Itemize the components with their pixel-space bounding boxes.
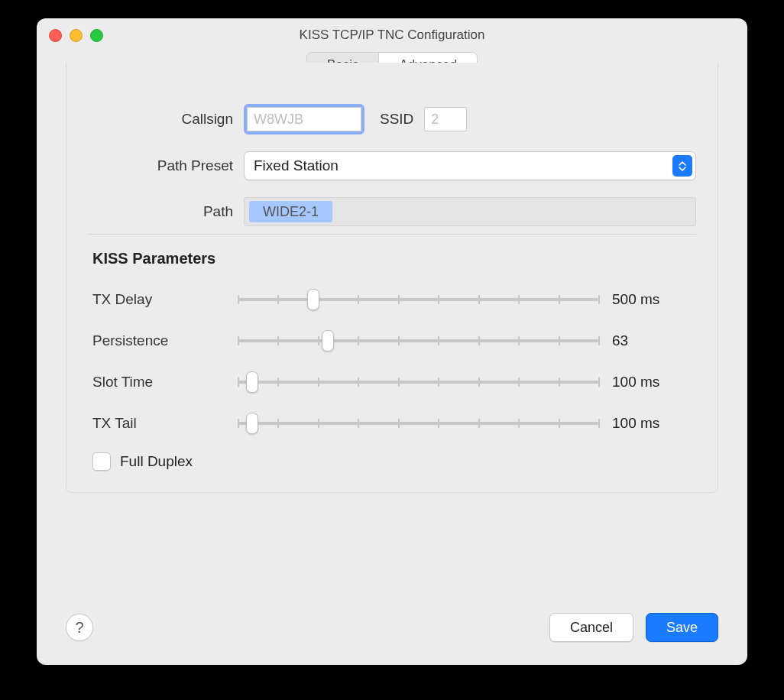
traffic-lights — [49, 29, 103, 42]
slider-label: Slot Time — [88, 374, 238, 391]
slider-row: TX Tail100 ms — [88, 405, 696, 442]
callsign-focus-ring — [244, 104, 364, 134]
advanced-panel: Callsign SSID Path Preset Fixed Station — [66, 63, 718, 493]
chevrons-up-down-icon — [672, 155, 692, 177]
help-button[interactable]: ? — [66, 614, 93, 641]
slider-row: TX Delay500 ms — [88, 281, 696, 318]
path-preset-label: Path Preset — [88, 157, 244, 174]
separator — [88, 234, 696, 235]
window-title: KISS TCP/IP TNC Configuration — [300, 28, 485, 42]
slider-label: TX Tail — [88, 415, 238, 432]
slider-label: Persistence — [88, 332, 238, 349]
close-icon[interactable] — [49, 29, 62, 42]
slider[interactable] — [238, 330, 598, 352]
slider[interactable] — [238, 371, 598, 393]
slider-thumb[interactable] — [246, 413, 258, 434]
dialog-window: KISS TCP/IP TNC Configuration Basic Adva… — [37, 18, 747, 665]
path-preset-value: Fixed Station — [254, 157, 339, 174]
full-duplex-label: Full Duplex — [120, 453, 193, 470]
callsign-label: Callsign — [88, 111, 244, 128]
path-field[interactable]: WIDE2-1 — [244, 197, 696, 226]
slider-row: Persistence63 — [88, 322, 696, 359]
slider-row: Slot Time100 ms — [88, 364, 696, 400]
ssid-label: SSID — [380, 111, 413, 128]
full-duplex-checkbox[interactable] — [92, 452, 111, 471]
zoom-icon[interactable] — [90, 29, 103, 42]
slider-label: TX Delay — [88, 291, 238, 308]
path-preset-select[interactable]: Fixed Station — [244, 151, 696, 180]
slider-value: 500 ms — [598, 291, 696, 308]
slider[interactable] — [238, 413, 598, 434]
slider-thumb[interactable] — [322, 330, 334, 352]
ssid-input[interactable] — [424, 107, 467, 131]
slider-thumb[interactable] — [307, 289, 319, 310]
path-token[interactable]: WIDE2-1 — [249, 201, 332, 222]
cancel-button[interactable]: Cancel — [549, 613, 633, 642]
titlebar: KISS TCP/IP TNC Configuration — [37, 18, 747, 52]
save-button[interactable]: Save — [646, 613, 718, 642]
slider[interactable] — [238, 289, 598, 310]
callsign-input[interactable] — [247, 107, 361, 131]
minimize-icon[interactable] — [70, 29, 83, 42]
slider-value: 100 ms — [598, 415, 696, 432]
slider-thumb[interactable] — [246, 371, 258, 393]
slider-value: 100 ms — [598, 374, 696, 391]
kiss-heading: KISS Parameters — [92, 250, 696, 267]
path-label: Path — [88, 203, 244, 220]
slider-value: 63 — [598, 332, 696, 349]
